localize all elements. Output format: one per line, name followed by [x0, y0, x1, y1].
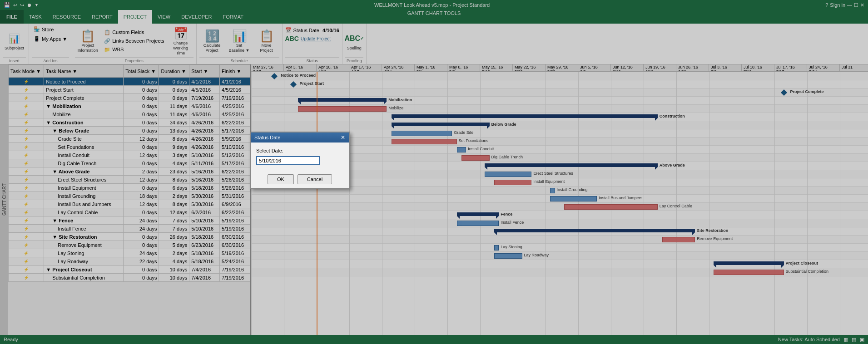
dialog-title-bar: Status Date ✕ [251, 133, 349, 143]
dialog-date-label: Select Date: [256, 148, 343, 153]
dialog-overlay: Status Date ✕ Select Date: OK Cancel [0, 0, 868, 344]
dialog-close-button[interactable]: ✕ [341, 134, 345, 141]
dialog-title: Status Date [254, 135, 280, 140]
dialog-ok-button[interactable]: OK [268, 174, 294, 184]
dialog-date-input[interactable] [256, 156, 320, 165]
dialog-footer: OK Cancel [251, 171, 349, 188]
dialog-body: Select Date: [251, 143, 349, 171]
dialog-cancel-button[interactable]: Cancel [298, 174, 332, 184]
status-date-dialog: Status Date ✕ Select Date: OK Cancel [250, 132, 350, 189]
